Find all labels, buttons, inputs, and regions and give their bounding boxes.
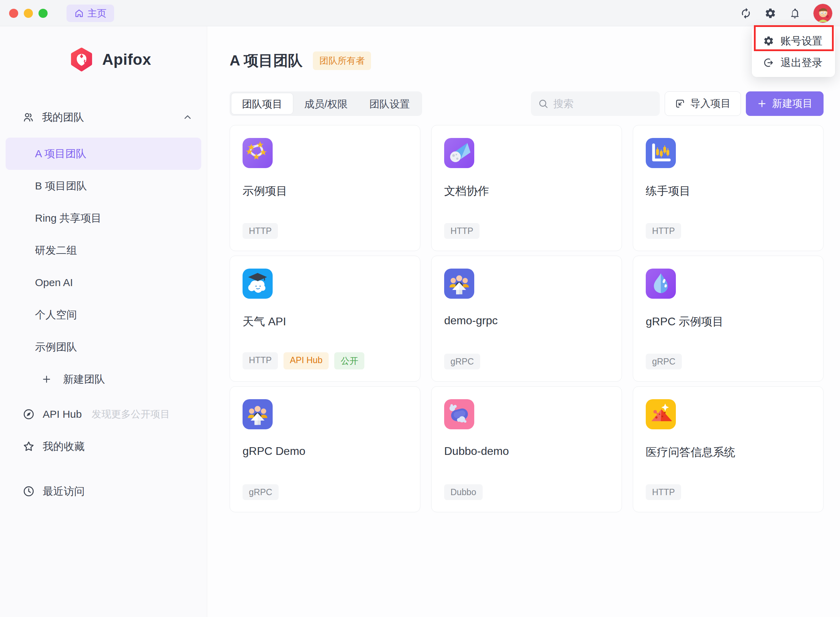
- weather-cloud-icon: [243, 269, 273, 299]
- project-tags: gRPC: [646, 354, 682, 369]
- search-input[interactable]: [553, 98, 653, 109]
- mountain-icon: [646, 399, 676, 429]
- project-tag: HTTP: [243, 352, 278, 369]
- project-name: 天气 API: [243, 314, 407, 329]
- project-card[interactable]: gRPC DemogRPC: [230, 386, 420, 512]
- team-users-icon: [22, 111, 34, 123]
- project-tags: Dubbo: [444, 484, 483, 500]
- sidebar-item-team[interactable]: Open AI: [6, 266, 201, 299]
- home-icon: [74, 9, 84, 18]
- sidebar-item-team[interactable]: 个人空间: [6, 299, 201, 331]
- apifox-logo-icon: [69, 47, 94, 72]
- menu-item-label: 账号设置: [781, 34, 822, 48]
- tab-team-settings[interactable]: 团队设置: [358, 93, 421, 115]
- meeting-people-icon: [243, 399, 273, 429]
- project-name: gRPC Demo: [243, 445, 407, 458]
- new-project-button[interactable]: 新建项目: [746, 92, 824, 116]
- project-tag: gRPC: [646, 354, 682, 369]
- sidebar-item-label: 最近访问: [43, 484, 85, 499]
- sidebar-section-my-teams[interactable]: 我的团队: [0, 106, 207, 128]
- comet-icon: [444, 138, 474, 168]
- close-window-button[interactable]: [9, 9, 18, 18]
- project-tags: HTTP: [646, 223, 681, 239]
- sidebar-item-team[interactable]: Ring 共享项目: [6, 202, 201, 234]
- project-tags: HTTPAPI Hub公开: [243, 352, 364, 369]
- project-tags: HTTP: [243, 223, 278, 239]
- project-tags: gRPC: [444, 354, 480, 369]
- sidebar-item-api-hub[interactable]: API Hub 发现更多公开项目: [0, 398, 207, 430]
- project-tag: gRPC: [243, 484, 279, 500]
- gear-icon: [763, 35, 774, 47]
- project-card[interactable]: demo-grpcgRPC: [431, 255, 622, 382]
- project-tags: HTTP: [444, 223, 479, 239]
- clock-icon: [22, 485, 43, 497]
- plus-icon: [757, 98, 767, 109]
- chevron-up-icon[interactable]: [182, 112, 193, 123]
- project-card[interactable]: gRPC 示例项目gRPC: [633, 255, 824, 382]
- logout-icon: [763, 57, 774, 68]
- sidebar-section-label: 我的团队: [42, 110, 84, 125]
- team-tabs: 团队项目 成员/权限 团队设置: [230, 92, 422, 116]
- sidebar-item-label: API Hub: [43, 408, 82, 420]
- sidebar-item-team[interactable]: A 项目团队: [6, 137, 201, 170]
- search-box[interactable]: [531, 92, 660, 116]
- new-team-button[interactable]: 新建团队: [6, 363, 201, 396]
- constellation-icon: [243, 138, 273, 168]
- sidebar-item-team[interactable]: B 项目团队: [6, 170, 201, 202]
- star-icon: [22, 440, 43, 453]
- home-tab[interactable]: 主页: [66, 4, 114, 22]
- project-card[interactable]: 医疗问答信息系统HTTP: [633, 386, 824, 512]
- user-avatar[interactable]: [813, 4, 832, 23]
- import-project-button[interactable]: 导入项目: [665, 92, 741, 116]
- project-card[interactable]: 文档协作HTTP: [431, 125, 622, 251]
- project-grid: 示例项目HTTP文档协作HTTP练手项目HTTP天气 APIHTTPAPI Hu…: [230, 125, 824, 512]
- new-project-label: 新建项目: [772, 97, 813, 111]
- api-hub-hint: 发现更多公开项目: [92, 407, 170, 421]
- project-name: 示例项目: [243, 183, 407, 199]
- menu-item-label: 退出登录: [781, 56, 822, 70]
- project-tag: HTTP: [646, 484, 681, 500]
- project-name: 医疗问答信息系统: [646, 445, 811, 460]
- sidebar-item-favorites[interactable]: 我的收藏: [0, 430, 207, 463]
- import-project-label: 导入项目: [690, 97, 731, 111]
- page-title: A 项目团队: [230, 51, 302, 70]
- app-logo: Apifox: [69, 47, 207, 72]
- zoom-window-button[interactable]: [38, 9, 48, 18]
- water-drop-icon: [646, 269, 676, 299]
- team-owner-badge: 团队所有者: [313, 52, 371, 70]
- project-name: Dubbo-demo: [444, 445, 609, 458]
- sidebar-item-team[interactable]: 示例团队: [6, 331, 201, 363]
- project-name: gRPC 示例项目: [646, 314, 811, 329]
- project-card[interactable]: 天气 APIHTTPAPI Hub公开: [230, 255, 420, 382]
- project-tags: gRPC: [243, 484, 279, 500]
- tab-team-projects[interactable]: 团队项目: [231, 93, 293, 115]
- sidebar-item-team[interactable]: 研发二组: [6, 234, 201, 266]
- project-card[interactable]: 练手项目HTTP: [633, 125, 824, 251]
- tab-members-permissions[interactable]: 成员/权限: [293, 93, 358, 115]
- project-card[interactable]: 示例项目HTTP: [230, 125, 420, 251]
- sidebar-item-recent[interactable]: 最近访问: [0, 475, 207, 508]
- menu-item-logout[interactable]: 退出登录: [752, 52, 835, 74]
- soap-bubbles-icon: [444, 399, 474, 429]
- settings-gear-icon[interactable]: [765, 7, 776, 19]
- project-tag: HTTP: [444, 223, 479, 239]
- minimize-window-button[interactable]: [24, 9, 33, 18]
- project-tag: HTTP: [243, 223, 278, 239]
- new-team-label: 新建团队: [63, 372, 105, 387]
- project-name: 文档协作: [444, 183, 609, 199]
- menu-item-account-settings[interactable]: 账号设置: [752, 30, 835, 52]
- project-card[interactable]: Dubbo-demoDubbo: [431, 386, 622, 512]
- project-tag: API Hub: [283, 352, 329, 369]
- home-label: 主页: [87, 7, 106, 20]
- team-list: A 项目团队B 项目团队Ring 共享项目研发二组Open AI个人空间示例团队: [0, 137, 207, 363]
- sync-icon[interactable]: [740, 7, 752, 19]
- project-name: demo-grpc: [444, 314, 609, 327]
- meeting-people-icon: [444, 269, 474, 299]
- compass-icon: [22, 408, 43, 421]
- project-tags: HTTP: [646, 484, 681, 500]
- project-tag: gRPC: [444, 354, 480, 369]
- import-icon: [675, 98, 685, 109]
- sidebar: Apifox 我的团队 A 项目团队B 项目团队Ring 共享项目研发二组Ope…: [0, 26, 207, 617]
- search-icon: [538, 98, 548, 109]
- notifications-bell-icon[interactable]: [789, 7, 801, 19]
